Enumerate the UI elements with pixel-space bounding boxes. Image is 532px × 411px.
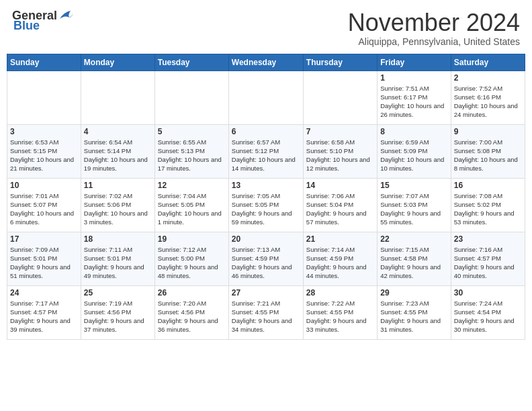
day-detail: Sunrise: 7:13 AMSunset: 4:59 PMDaylight:… bbox=[232, 245, 300, 281]
day-number: 3 bbox=[10, 127, 78, 136]
day-number: 8 bbox=[380, 127, 447, 136]
calendar-cell: 15Sunrise: 7:07 AMSunset: 5:03 PMDayligh… bbox=[378, 178, 451, 232]
day-number: 28 bbox=[306, 288, 374, 298]
day-detail: Sunrise: 7:17 AMSunset: 4:57 PMDaylight:… bbox=[10, 299, 78, 334]
day-detail: Sunrise: 7:08 AMSunset: 5:02 PMDaylight:… bbox=[454, 191, 522, 227]
page-header: General Blue November 2024 Aliquippa, Pe… bbox=[7, 7, 525, 50]
calendar-cell: 5Sunrise: 6:55 AMSunset: 5:13 PMDaylight… bbox=[154, 124, 228, 178]
calendar-cell: 19Sunrise: 7:12 AMSunset: 5:00 PMDayligh… bbox=[154, 232, 228, 285]
day-number: 26 bbox=[158, 288, 226, 298]
day-detail: Sunrise: 7:09 AMSunset: 5:01 PMDaylight:… bbox=[10, 245, 78, 281]
calendar-cell: 25Sunrise: 7:19 AMSunset: 4:56 PMDayligh… bbox=[81, 285, 154, 339]
calendar-cell: 26Sunrise: 7:20 AMSunset: 4:56 PMDayligh… bbox=[154, 285, 228, 339]
day-detail: Sunrise: 7:12 AMSunset: 5:00 PMDaylight:… bbox=[158, 245, 226, 281]
calendar-cell: 22Sunrise: 7:15 AMSunset: 4:58 PMDayligh… bbox=[378, 232, 451, 285]
weekday-header: Tuesday bbox=[154, 54, 228, 71]
logo-blue-text: Blue bbox=[13, 19, 40, 33]
day-detail: Sunrise: 7:19 AMSunset: 4:56 PMDaylight:… bbox=[84, 299, 152, 334]
day-number: 17 bbox=[10, 234, 78, 244]
day-number: 15 bbox=[380, 181, 447, 190]
calendar-week-row: 17Sunrise: 7:09 AMSunset: 5:01 PMDayligh… bbox=[7, 232, 525, 285]
calendar-cell: 9Sunrise: 7:00 AMSunset: 5:08 PMDaylight… bbox=[451, 124, 525, 178]
day-detail: Sunrise: 7:52 AMSunset: 6:16 PMDaylight:… bbox=[454, 84, 522, 120]
calendar-cell: 7Sunrise: 6:58 AMSunset: 5:10 PMDaylight… bbox=[303, 124, 377, 178]
day-number: 14 bbox=[306, 181, 374, 190]
calendar-cell: 24Sunrise: 7:17 AMSunset: 4:57 PMDayligh… bbox=[7, 285, 81, 339]
calendar-cell: 11Sunrise: 7:02 AMSunset: 5:06 PMDayligh… bbox=[81, 178, 154, 232]
calendar-table: SundayMondayTuesdayWednesdayThursdayFrid… bbox=[7, 54, 525, 340]
weekday-header: Saturday bbox=[451, 54, 525, 71]
day-detail: Sunrise: 7:21 AMSunset: 4:55 PMDaylight:… bbox=[232, 299, 300, 334]
calendar-cell bbox=[303, 71, 377, 124]
day-detail: Sunrise: 7:01 AMSunset: 5:07 PMDaylight:… bbox=[10, 191, 78, 227]
day-detail: Sunrise: 7:24 AMSunset: 4:54 PMDaylight:… bbox=[454, 299, 522, 334]
day-number: 16 bbox=[454, 181, 522, 190]
day-number: 24 bbox=[10, 288, 78, 298]
calendar-cell: 28Sunrise: 7:22 AMSunset: 4:55 PMDayligh… bbox=[303, 285, 377, 339]
day-number: 22 bbox=[380, 234, 447, 244]
calendar-cell: 1Sunrise: 7:51 AMSunset: 6:17 PMDaylight… bbox=[378, 71, 451, 124]
calendar-cell: 20Sunrise: 7:13 AMSunset: 4:59 PMDayligh… bbox=[228, 232, 303, 285]
day-detail: Sunrise: 7:22 AMSunset: 4:55 PMDaylight:… bbox=[306, 299, 374, 334]
day-number: 10 bbox=[10, 181, 78, 190]
weekday-header: Friday bbox=[378, 54, 451, 71]
day-number: 6 bbox=[232, 127, 300, 136]
weekday-header: Wednesday bbox=[228, 54, 303, 71]
day-number: 2 bbox=[454, 73, 522, 83]
calendar-cell: 13Sunrise: 7:05 AMSunset: 5:05 PMDayligh… bbox=[228, 178, 303, 232]
calendar-week-row: 10Sunrise: 7:01 AMSunset: 5:07 PMDayligh… bbox=[7, 178, 525, 232]
calendar-cell: 30Sunrise: 7:24 AMSunset: 4:54 PMDayligh… bbox=[451, 285, 525, 339]
calendar-cell: 2Sunrise: 7:52 AMSunset: 6:16 PMDaylight… bbox=[451, 71, 525, 124]
location-subtitle: Aliquippa, Pennsylvania, United States bbox=[348, 36, 520, 47]
day-detail: Sunrise: 7:16 AMSunset: 4:57 PMDaylight:… bbox=[454, 245, 522, 281]
calendar-cell: 27Sunrise: 7:21 AMSunset: 4:55 PMDayligh… bbox=[228, 285, 303, 339]
day-number: 4 bbox=[84, 127, 152, 136]
day-number: 29 bbox=[380, 288, 447, 298]
day-detail: Sunrise: 7:07 AMSunset: 5:03 PMDaylight:… bbox=[380, 191, 447, 227]
weekday-header: Sunday bbox=[7, 54, 81, 71]
day-number: 11 bbox=[84, 181, 152, 190]
day-number: 18 bbox=[84, 234, 152, 244]
day-detail: Sunrise: 7:15 AMSunset: 4:58 PMDaylight:… bbox=[380, 245, 447, 281]
calendar-cell bbox=[7, 71, 81, 124]
day-number: 5 bbox=[158, 127, 226, 136]
day-number: 9 bbox=[454, 127, 522, 136]
calendar-cell: 14Sunrise: 7:06 AMSunset: 5:04 PMDayligh… bbox=[303, 178, 377, 232]
calendar-cell: 23Sunrise: 7:16 AMSunset: 4:57 PMDayligh… bbox=[451, 232, 525, 285]
day-detail: Sunrise: 6:53 AMSunset: 5:15 PMDaylight:… bbox=[10, 138, 78, 173]
day-detail: Sunrise: 6:55 AMSunset: 5:13 PMDaylight:… bbox=[158, 138, 226, 173]
month-title: November 2024 bbox=[348, 9, 520, 36]
day-detail: Sunrise: 7:14 AMSunset: 4:59 PMDaylight:… bbox=[306, 245, 374, 281]
calendar-cell: 8Sunrise: 6:59 AMSunset: 5:09 PMDaylight… bbox=[378, 124, 451, 178]
calendar-cell: 4Sunrise: 6:54 AMSunset: 5:14 PMDaylight… bbox=[81, 124, 154, 178]
calendar-cell: 12Sunrise: 7:04 AMSunset: 5:05 PMDayligh… bbox=[154, 178, 228, 232]
day-number: 21 bbox=[306, 234, 374, 244]
calendar-cell: 17Sunrise: 7:09 AMSunset: 5:01 PMDayligh… bbox=[7, 232, 81, 285]
day-number: 27 bbox=[232, 288, 300, 298]
calendar-cell bbox=[81, 71, 154, 124]
day-detail: Sunrise: 7:51 AMSunset: 6:17 PMDaylight:… bbox=[380, 84, 447, 120]
day-number: 19 bbox=[158, 234, 226, 244]
calendar-cell bbox=[154, 71, 228, 124]
calendar-cell: 29Sunrise: 7:23 AMSunset: 4:55 PMDayligh… bbox=[378, 285, 451, 339]
logo-bird-icon bbox=[58, 9, 73, 21]
day-detail: Sunrise: 7:04 AMSunset: 5:05 PMDaylight:… bbox=[158, 191, 226, 227]
calendar-week-row: 24Sunrise: 7:17 AMSunset: 4:57 PMDayligh… bbox=[7, 285, 525, 339]
day-detail: Sunrise: 7:05 AMSunset: 5:05 PMDaylight:… bbox=[232, 191, 300, 227]
calendar-cell: 16Sunrise: 7:08 AMSunset: 5:02 PMDayligh… bbox=[451, 178, 525, 232]
day-number: 30 bbox=[454, 288, 522, 298]
day-detail: Sunrise: 6:54 AMSunset: 5:14 PMDaylight:… bbox=[84, 138, 152, 173]
logo: General Blue bbox=[12, 9, 73, 33]
calendar-header-row: SundayMondayTuesdayWednesdayThursdayFrid… bbox=[7, 54, 525, 71]
day-number: 7 bbox=[306, 127, 374, 136]
calendar-cell: 6Sunrise: 6:57 AMSunset: 5:12 PMDaylight… bbox=[228, 124, 303, 178]
calendar-cell bbox=[228, 71, 303, 124]
day-number: 23 bbox=[454, 234, 522, 244]
day-number: 25 bbox=[84, 288, 152, 298]
calendar-cell: 21Sunrise: 7:14 AMSunset: 4:59 PMDayligh… bbox=[303, 232, 377, 285]
day-detail: Sunrise: 7:11 AMSunset: 5:01 PMDaylight:… bbox=[84, 245, 152, 281]
calendar-cell: 18Sunrise: 7:11 AMSunset: 5:01 PMDayligh… bbox=[81, 232, 154, 285]
day-number: 13 bbox=[232, 181, 300, 190]
day-detail: Sunrise: 7:02 AMSunset: 5:06 PMDaylight:… bbox=[84, 191, 152, 227]
day-detail: Sunrise: 6:57 AMSunset: 5:12 PMDaylight:… bbox=[232, 138, 300, 173]
